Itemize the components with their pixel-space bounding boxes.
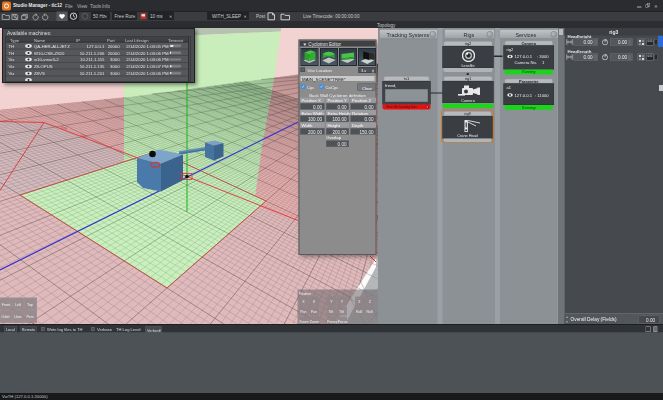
svg-text:10 ms: 10 ms xyxy=(150,14,163,19)
svg-text:Zoom: Zoom xyxy=(299,320,308,324)
svg-text:Post: Post xyxy=(256,14,266,19)
svg-text:Roll: Roll xyxy=(367,310,373,314)
svg-text:WITH_SLEEP: WITH_SLEEP xyxy=(212,14,241,19)
svg-text:Left: Left xyxy=(15,303,21,307)
svg-text:✕: ✕ xyxy=(104,14,107,19)
svg-text:Live Timecode: 00:00:00:00: Live Timecode: 00:00:00:00 xyxy=(303,14,360,19)
svg-text:Orbit: Orbit xyxy=(2,315,10,319)
svg-text:✕: ✕ xyxy=(133,14,136,19)
svg-text:Roll: Roll xyxy=(356,310,362,314)
svg-text:✕: ✕ xyxy=(244,14,247,19)
svg-text:✕: ✕ xyxy=(169,14,172,19)
svg-text:Front: Front xyxy=(2,303,10,307)
svg-text:Free Run: Free Run xyxy=(115,14,135,19)
svg-text:User: User xyxy=(14,315,22,319)
svg-text:Pers: Pers xyxy=(26,315,34,319)
svg-text:Position: Position xyxy=(299,292,311,296)
svg-text:Tilt: Tilt xyxy=(329,310,334,314)
svg-text:Top: Top xyxy=(27,303,33,307)
svg-text:Zoom: Zoom xyxy=(310,320,319,324)
svg-text:Focus: Focus xyxy=(338,320,348,324)
svg-text:Tilt: Tilt xyxy=(339,310,344,314)
svg-text:Pan: Pan xyxy=(311,310,317,314)
svg-text:Focus: Focus xyxy=(327,320,337,324)
svg-text:Pan: Pan xyxy=(300,310,306,314)
